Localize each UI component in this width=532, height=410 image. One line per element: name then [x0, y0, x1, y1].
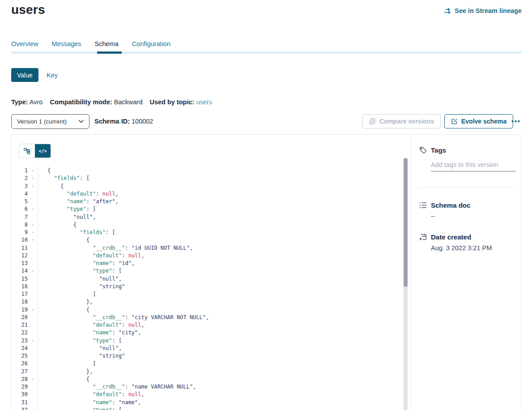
- line-number: 6: [12, 205, 28, 213]
- tab-overview[interactable]: Overview: [11, 40, 38, 47]
- fold-spacer: [28, 329, 38, 337]
- fold-toggle-icon[interactable]: ▾: [28, 229, 38, 236]
- code-line: 15"null",: [12, 275, 401, 283]
- schema-meta-row: Type: Avro Compatibility mode: Backward …: [11, 98, 212, 106]
- code-line: 26]: [12, 360, 401, 367]
- fold-spacer: [28, 290, 38, 298]
- metadata-sidebar: Tags Schema doc --: [412, 135, 522, 410]
- fold-spacer: [28, 244, 38, 252]
- editor-scrollbar-thumb[interactable]: [404, 158, 408, 287]
- code-line: 19▾{: [12, 306, 401, 314]
- line-number: 27: [12, 368, 28, 376]
- tab-configuration[interactable]: Configuration: [132, 40, 170, 47]
- tab-schema[interactable]: Schema: [95, 40, 119, 47]
- code-text: },: [38, 368, 93, 376]
- code-line: 6▾"type": [: [12, 205, 401, 213]
- key-toggle-link[interactable]: Key: [47, 72, 58, 79]
- code-editor[interactable]: 1▾{2▾"fields": [3▾{4"default": null,5"na…: [12, 167, 401, 410]
- value-toggle-button[interactable]: Value: [11, 68, 38, 82]
- fold-toggle-icon[interactable]: ▾: [28, 236, 38, 244]
- code-text: "string": [38, 283, 125, 290]
- compare-versions-icon: [369, 118, 376, 125]
- more-options-button[interactable]: •••: [511, 114, 521, 128]
- code-line: 20"__crdb__": "city VARCHAR NOT NULL",: [12, 314, 401, 321]
- code-line: 7"null",: [12, 214, 401, 221]
- fold-spacer: [28, 260, 38, 267]
- schema-doc-section: Schema doc --: [419, 201, 515, 220]
- tags-input[interactable]: [431, 159, 516, 171]
- code-line: 17]: [12, 290, 401, 298]
- code-line: 31"name": "name",: [12, 399, 401, 406]
- code-line: 18},: [12, 298, 401, 306]
- fold-toggle-icon[interactable]: ▾: [28, 175, 38, 182]
- fold-spacer: [28, 345, 38, 352]
- code-text: "type": [: [38, 337, 122, 345]
- code-text: "null",: [38, 345, 122, 352]
- fold-toggle-icon[interactable]: ▾: [28, 267, 38, 275]
- type-value: Avro: [30, 98, 43, 106]
- code-line: 9▾"fields": [: [12, 229, 401, 236]
- sidebar-divider: [419, 187, 515, 188]
- version-selected-value: Version 1 (current): [17, 118, 67, 125]
- tab-messages[interactable]: Messages: [51, 40, 81, 47]
- code-line: 5"name": "after",: [12, 198, 401, 205]
- fold-toggle-icon[interactable]: ▾: [28, 205, 38, 213]
- fold-spacer: [28, 214, 38, 221]
- code-line: 30"default": null,: [12, 391, 401, 398]
- code-line: 3▾{: [12, 183, 401, 190]
- tab-underline-track: [11, 51, 522, 54]
- code-text: ]: [38, 360, 96, 367]
- fold-toggle-icon[interactable]: ▾: [28, 406, 38, 410]
- version-select[interactable]: Version 1 (current): [11, 114, 89, 129]
- schema-id-field: Schema ID: 100002: [94, 118, 153, 125]
- code-view-button[interactable]: </>: [35, 144, 51, 158]
- stream-lineage-link[interactable]: See in Stream lineage: [444, 7, 522, 14]
- fold-toggle-icon[interactable]: ▾: [28, 221, 38, 229]
- editor-view-toggle: </>: [19, 144, 51, 158]
- fold-toggle-icon[interactable]: ▾: [28, 167, 38, 175]
- fold-spacer: [28, 368, 38, 376]
- fold-spacer: [28, 283, 38, 290]
- line-number: 28: [12, 376, 28, 383]
- code-lines: 1▾{2▾"fields": [3▾{4"default": null,5"na…: [12, 167, 401, 410]
- code-line: 24"null",: [12, 345, 401, 352]
- type-label: Type:: [11, 98, 28, 106]
- schema-doc-header: Schema doc: [419, 201, 515, 209]
- evolve-schema-button[interactable]: Evolve schema: [444, 114, 513, 128]
- line-number: 17: [12, 290, 28, 298]
- schema-doc-value: --: [431, 213, 515, 220]
- compare-versions-label: Compare versions: [379, 118, 434, 125]
- code-text: "__crdb__": "id UUID NOT NULL",: [38, 244, 193, 252]
- fold-spacer: [28, 314, 38, 321]
- fold-spacer: [28, 360, 38, 367]
- code-text: "default": null,: [38, 190, 119, 198]
- code-text: "type": [: [38, 267, 122, 275]
- line-number: 25: [12, 352, 28, 360]
- code-text: "default": null,: [38, 321, 145, 329]
- topic-link[interactable]: users: [196, 98, 212, 106]
- code-line: 27},: [12, 368, 401, 376]
- fold-toggle-icon[interactable]: ▾: [28, 337, 38, 345]
- schema-doc-title: Schema doc: [431, 201, 470, 209]
- fold-toggle-icon[interactable]: ▾: [28, 306, 38, 314]
- type-field: Type: Avro: [11, 98, 43, 106]
- line-number: 23: [12, 337, 28, 345]
- fold-toggle-icon[interactable]: ▾: [28, 376, 38, 383]
- fold-toggle-icon[interactable]: ▾: [28, 183, 38, 190]
- code-text: "type": [: [38, 205, 96, 213]
- fold-spacer: [28, 275, 38, 283]
- tree-view-button[interactable]: [19, 144, 35, 158]
- fold-spacer: [28, 352, 38, 360]
- editor-scrollbar-track[interactable]: [404, 158, 408, 410]
- schema-id-value: 100002: [132, 118, 153, 125]
- tab-bar: Overview Messages Schema Configuration: [11, 40, 170, 47]
- code-text: },: [38, 298, 93, 306]
- line-number: 31: [12, 399, 28, 406]
- code-line: 12"default": null,: [12, 252, 401, 260]
- fold-spacer: [28, 399, 38, 406]
- code-line: 10▾{: [12, 236, 401, 244]
- code-text: {: [38, 306, 89, 314]
- compare-versions-button[interactable]: Compare versions: [362, 114, 441, 128]
- code-line: 32▾"type": [: [12, 406, 401, 410]
- schema-panel: </> 1▾{2▾"fields": [3▾{4"default": null,…: [11, 134, 522, 410]
